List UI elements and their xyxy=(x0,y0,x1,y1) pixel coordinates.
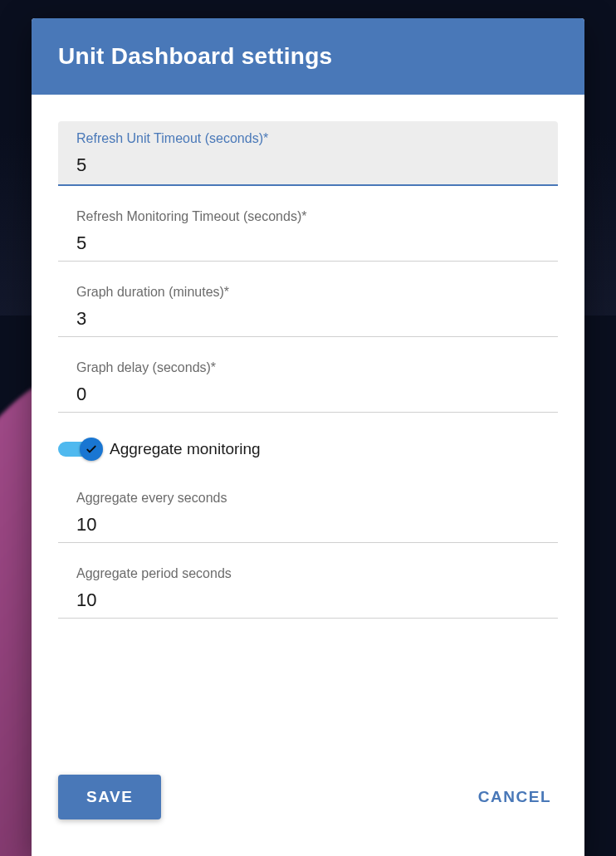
field-graph-duration: Graph duration (minutes)* xyxy=(58,285,558,337)
refresh-monitoring-timeout-input[interactable] xyxy=(58,229,558,262)
modal-title: Unit Dashboard settings xyxy=(58,43,558,70)
field-label: Aggregate period seconds xyxy=(58,566,558,581)
aggregate-monitoring-row: Aggregate monitoring xyxy=(58,438,558,461)
cancel-button[interactable]: CANCEL xyxy=(478,788,551,806)
modal-footer: SAVE CANCEL xyxy=(32,775,584,856)
aggregate-every-input[interactable] xyxy=(58,511,558,543)
field-label: Refresh Monitoring Timeout (seconds)* xyxy=(58,209,558,224)
field-label: Graph delay (seconds)* xyxy=(58,360,558,375)
field-label: Graph duration (minutes)* xyxy=(58,285,558,300)
field-aggregate-period: Aggregate period seconds xyxy=(58,566,558,619)
check-icon xyxy=(85,443,98,456)
toggle-knob xyxy=(80,438,103,461)
field-refresh-unit-timeout: Refresh Unit Timeout (seconds)* xyxy=(58,121,558,186)
aggregate-period-input[interactable] xyxy=(58,586,558,619)
save-button[interactable]: SAVE xyxy=(58,775,161,819)
aggregate-monitoring-label: Aggregate monitoring xyxy=(110,440,261,458)
refresh-unit-timeout-input[interactable] xyxy=(58,151,558,186)
field-label: Refresh Unit Timeout (seconds)* xyxy=(58,131,558,146)
settings-modal: Unit Dashboard settings Refresh Unit Tim… xyxy=(32,18,584,856)
field-refresh-monitoring-timeout: Refresh Monitoring Timeout (seconds)* xyxy=(58,209,558,262)
modal-header: Unit Dashboard settings xyxy=(32,18,584,95)
graph-duration-input[interactable] xyxy=(58,305,558,337)
field-label: Aggregate every seconds xyxy=(58,491,558,506)
field-graph-delay: Graph delay (seconds)* xyxy=(58,360,558,413)
aggregate-monitoring-toggle[interactable] xyxy=(58,438,103,461)
modal-body: Refresh Unit Timeout (seconds)* Refresh … xyxy=(32,95,584,775)
field-aggregate-every: Aggregate every seconds xyxy=(58,491,558,543)
graph-delay-input[interactable] xyxy=(58,380,558,413)
